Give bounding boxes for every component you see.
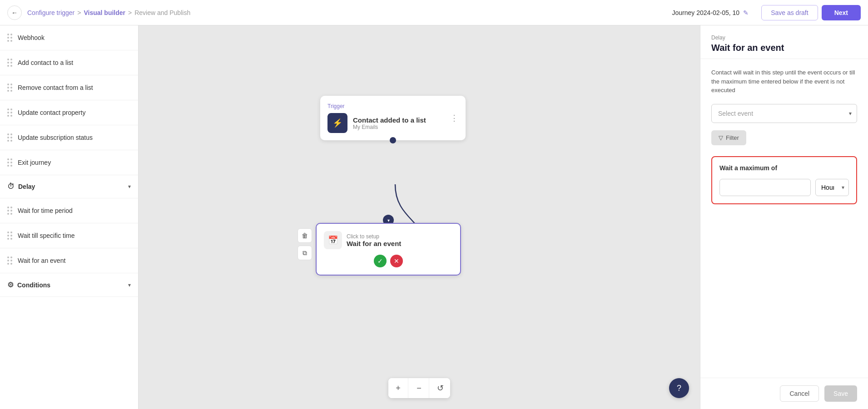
sidebar-item-label: Webhook xyxy=(18,34,45,41)
edit-icon[interactable]: ✎ xyxy=(743,9,749,16)
drag-handle xyxy=(7,232,12,240)
filter-button[interactable]: ▽ Filter xyxy=(711,130,746,145)
cancel-button[interactable]: Cancel xyxy=(780,385,819,402)
sidebar-item-label: Wait for an event xyxy=(18,257,65,264)
wait-max-inputs: Hours Days Minutes ▾ xyxy=(719,179,849,196)
confirm-node-button[interactable]: ✓ xyxy=(374,255,387,267)
delay-label: Delay xyxy=(18,183,35,190)
breadcrumb-configure[interactable]: Configure trigger xyxy=(27,9,74,16)
event-node[interactable]: 📅 Click to setup Wait for an event ✓ ✕ xyxy=(316,223,461,276)
panel-description: Contact will wait in this step until the… xyxy=(711,68,857,95)
sidebar-item-exit-journey[interactable]: Exit journey xyxy=(0,150,138,175)
sidebar-item-remove-contact[interactable]: Remove contact from a list xyxy=(0,75,138,100)
trigger-node[interactable]: Trigger ⚡ Contact added to a list My Ema… xyxy=(320,96,466,140)
event-node-body: 📅 Click to setup Wait for an event xyxy=(324,231,453,249)
panel-body: Contact will wait in this step until the… xyxy=(700,59,868,378)
canvas-controls: + − ↺ xyxy=(388,378,450,398)
drag-handle xyxy=(7,133,12,142)
sidebar-item-label: Update subscription status xyxy=(18,134,93,141)
canvas-connector xyxy=(139,25,700,409)
zoom-out-button[interactable]: − xyxy=(409,378,429,398)
conditions-chevron-icon: ▾ xyxy=(128,282,131,288)
node-status-buttons: ✓ ✕ xyxy=(324,255,453,267)
node-connector-dot xyxy=(390,137,396,143)
trigger-label: Trigger xyxy=(327,103,458,109)
conditions-icon: ⚙ xyxy=(7,281,14,289)
event-click-label: Click to setup xyxy=(347,233,453,240)
sidebar-item-wait-for-event[interactable]: Wait for an event xyxy=(0,248,138,273)
wait-max-number-input[interactable] xyxy=(719,179,811,196)
back-button[interactable]: ← xyxy=(7,5,22,20)
reset-button[interactable]: ↺ xyxy=(430,378,450,398)
breadcrumb-review: Review and Publish xyxy=(134,9,190,16)
sidebar-item-label: Remove contact from a list xyxy=(18,84,93,91)
delay-section-header[interactable]: ⏱ Delay ▾ xyxy=(0,175,138,198)
conditions-section-label: ⚙ Conditions xyxy=(7,281,50,289)
main-content: Webhook Add contact to a list Remove con… xyxy=(0,25,868,409)
drag-handle xyxy=(7,108,12,117)
filter-label: Filter xyxy=(726,134,739,141)
event-name: Wait for an event xyxy=(347,240,453,247)
drag-handle xyxy=(7,59,12,67)
panel-footer: Cancel Save xyxy=(700,378,868,409)
delay-chevron-icon: ▾ xyxy=(128,183,131,190)
sidebar-item-label: Wait till specific time xyxy=(18,232,75,239)
event-node-wrapper: 🗑 ⧉ ▾ 📅 Click to setup Wait for an event xyxy=(298,223,461,276)
zoom-in-button[interactable]: + xyxy=(388,378,408,398)
trigger-icon: ⚡ xyxy=(327,113,347,133)
wait-max-title: Wait a maximum of xyxy=(719,164,849,172)
right-panel: Delay Wait for an event Contact will wai… xyxy=(700,25,868,409)
wait-max-section: Wait a maximum of Hours Days Minutes ▾ xyxy=(711,156,857,204)
drag-handle xyxy=(7,34,12,42)
drag-handle xyxy=(7,207,12,215)
journey-title-area: Journey 2024-02-05, 10 ✎ xyxy=(672,9,749,16)
select-event-wrapper: Select event ▾ xyxy=(711,104,857,123)
save-button[interactable]: Save xyxy=(824,385,857,402)
next-button[interactable]: Next xyxy=(822,5,861,20)
panel-header: Delay Wait for an event xyxy=(700,25,868,59)
conditions-section-header[interactable]: ⚙ Conditions ▾ xyxy=(0,273,138,297)
breadcrumb-visual-builder[interactable]: Visual builder xyxy=(84,9,125,16)
sidebar-item-label: Exit journey xyxy=(18,159,51,166)
event-node-actions: 🗑 ⧉ xyxy=(298,223,312,260)
select-event-dropdown[interactable]: Select event xyxy=(711,104,857,123)
top-nav: ← Configure trigger > Visual builder > R… xyxy=(0,0,868,25)
delay-section-label: ⏱ Delay xyxy=(7,182,35,191)
panel-title: Wait for an event xyxy=(711,43,857,53)
delete-node-button[interactable]: 🗑 xyxy=(298,228,312,243)
filter-icon: ▽ xyxy=(719,134,723,141)
delay-icon: ⏱ xyxy=(7,182,15,191)
sidebar-item-webhook[interactable]: Webhook xyxy=(0,25,138,50)
sidebar-item-wait-specific-time[interactable]: Wait till specific time xyxy=(0,223,138,248)
sidebar-item-update-contact[interactable]: Update contact property xyxy=(0,100,138,125)
sidebar-item-add-contact[interactable]: Add contact to a list xyxy=(0,50,138,75)
breadcrumb-sep-2: > xyxy=(128,9,132,16)
panel-delay-label: Delay xyxy=(711,34,857,41)
sidebar-item-label: Update contact property xyxy=(18,109,85,116)
drag-handle xyxy=(7,158,12,167)
journey-title: Journey 2024-02-05, 10 xyxy=(672,9,739,16)
sidebar-item-label: Wait for time period xyxy=(18,207,73,214)
sidebar-item-label: Add contact to a list xyxy=(18,59,73,66)
event-info: Click to setup Wait for an event xyxy=(347,233,453,247)
sidebar-item-update-subscription[interactable]: Update subscription status xyxy=(0,125,138,150)
sidebar: Webhook Add contact to a list Remove con… xyxy=(0,25,139,409)
drag-handle xyxy=(7,256,12,265)
cancel-node-button[interactable]: ✕ xyxy=(390,255,403,267)
event-icon: 📅 xyxy=(324,231,342,249)
trigger-info: Contact added to a list My Emails xyxy=(353,116,445,130)
canvas: Trigger ⚡ Contact added to a list My Ema… xyxy=(139,25,700,409)
sidebar-item-wait-time-period[interactable]: Wait for time period xyxy=(0,198,138,223)
save-draft-button[interactable]: Save as draft xyxy=(761,5,818,20)
conditions-label: Conditions xyxy=(17,281,50,289)
wait-max-unit-select[interactable]: Hours Days Minutes xyxy=(815,179,849,196)
breadcrumb: Configure trigger > Visual builder > Rev… xyxy=(27,9,190,16)
trigger-sub: My Emails xyxy=(353,124,445,130)
breadcrumb-sep-1: > xyxy=(77,9,81,16)
drag-handle xyxy=(7,84,12,92)
copy-node-button[interactable]: ⧉ xyxy=(298,246,312,260)
trigger-more-icon[interactable]: ⋮ xyxy=(450,113,458,123)
help-button[interactable]: ? xyxy=(669,378,689,398)
wait-max-unit-wrapper: Hours Days Minutes ▾ xyxy=(815,179,849,196)
trigger-body: ⚡ Contact added to a list My Emails ⋮ xyxy=(327,113,458,133)
